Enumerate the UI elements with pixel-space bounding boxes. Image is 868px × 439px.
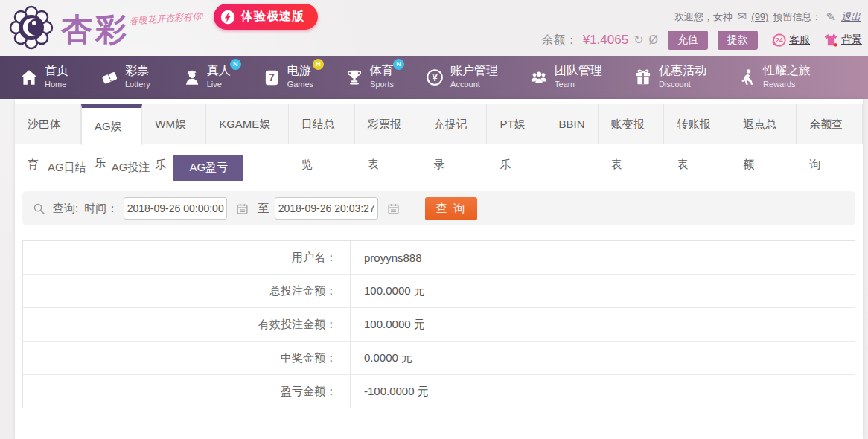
tab-transfer-report[interactable]: 转账报表 bbox=[664, 104, 730, 144]
background-setting-link[interactable]: 背景 bbox=[823, 32, 862, 48]
table-row-username: 用户名： proyyns888 bbox=[23, 241, 855, 275]
ag-subtabs: AG日结 AG投注 AG盈亏 bbox=[46, 155, 863, 181]
nav-games-en: Games bbox=[287, 80, 313, 89]
home-icon bbox=[19, 68, 39, 87]
tab-daily-summary[interactable]: 日结总览 bbox=[289, 104, 355, 144]
nav-item-live[interactable]: 真人 Live N bbox=[182, 65, 234, 90]
sports-trophy-icon bbox=[345, 68, 364, 87]
site-header: 杏彩 春暖花开杏彩有你! 体验极速版 欢迎您，女神 ✉ (99) 预留信息： ✎… bbox=[0, 0, 868, 56]
nav-item-rewards[interactable]: 性耀之旅 Rewards bbox=[738, 65, 814, 90]
customer-service-label: 客服 bbox=[789, 33, 810, 47]
brand-logo-text: 杏彩 bbox=[61, 9, 130, 51]
tab-bbin[interactable]: BBIN bbox=[546, 104, 599, 144]
calendar-start-icon[interactable] bbox=[236, 202, 249, 215]
topbar-user-area: 欢迎您，女神 ✉ (99) 预留信息： ✎ 退出 bbox=[674, 10, 861, 24]
nav-live-en: Live bbox=[207, 80, 222, 89]
nav-item-home[interactable]: 首页 Home bbox=[19, 65, 71, 90]
tab-shaba-sports[interactable]: 沙巴体育 bbox=[15, 104, 81, 144]
end-time-input[interactable] bbox=[275, 197, 378, 220]
report-tabbar: 沙巴体育 AG娱乐 WM娱乐 KGAME娱乐 日结总览 彩票报表 充提记录 PT… bbox=[15, 104, 863, 144]
lottery-ticket-icon bbox=[100, 68, 119, 87]
brand-tagline: 春暖花开杏彩有你! bbox=[130, 10, 204, 28]
row-label: 盈亏金额： bbox=[23, 375, 351, 408]
nav-item-team[interactable]: 团队管理 Team bbox=[529, 65, 605, 90]
balance-bar: 余额： ¥1.4065 ↻ Ø 充值 提款 24 客服 背景 bbox=[542, 31, 862, 50]
tab-ag-entertainment[interactable]: AG娱乐 bbox=[81, 104, 142, 145]
recharge-button[interactable]: 充值 bbox=[668, 31, 708, 50]
nav-item-discount[interactable]: 优惠活动 Discount bbox=[634, 65, 709, 90]
rewards-journey-icon bbox=[738, 68, 757, 87]
service-24h-icon: 24 bbox=[770, 32, 787, 48]
welcome-text: 欢迎您，女神 bbox=[674, 10, 733, 24]
nav-team-en: Team bbox=[555, 80, 575, 89]
nav-live-badge: N bbox=[230, 59, 241, 70]
content-panel: 沙巴体育 AG娱乐 WM娱乐 KGAME娱乐 日结总览 彩票报表 充提记录 PT… bbox=[15, 99, 863, 439]
tab-kgame[interactable]: KGAME娱乐 bbox=[206, 104, 289, 144]
subtab-ag-bets[interactable]: AG投注 bbox=[110, 155, 152, 181]
fast-version-button[interactable]: 体验极速版 bbox=[214, 4, 318, 30]
fast-version-label: 体验极速版 bbox=[241, 9, 304, 25]
main-nav: 首页 Home 彩票 Lottery 真人 bbox=[0, 56, 868, 99]
hide-balance-icon[interactable]: Ø bbox=[649, 34, 658, 46]
to-label: 至 bbox=[258, 202, 269, 216]
table-row-winning-amount: 中奖金额： 0.0000 元 bbox=[23, 342, 855, 375]
background-setting-label: 背景 bbox=[841, 33, 862, 47]
nav-rewards-en: Rewards bbox=[763, 80, 795, 89]
row-value: proyyns888 bbox=[351, 241, 855, 275]
calendar-end-icon[interactable] bbox=[387, 202, 400, 215]
nav-sports-zh: 体育 bbox=[370, 64, 394, 77]
tab-lottery-report[interactable]: 彩票报表 bbox=[355, 104, 421, 144]
tab-account-change-report[interactable]: 账变报表 bbox=[599, 104, 665, 144]
mail-icon[interactable]: ✉ bbox=[737, 10, 747, 24]
subtab-ag-daily[interactable]: AG日结 bbox=[46, 155, 88, 181]
nav-sports-en: Sports bbox=[370, 80, 394, 89]
nav-lottery-en: Lottery bbox=[125, 80, 150, 89]
svg-text:¥: ¥ bbox=[432, 72, 438, 83]
withdraw-button[interactable]: 提款 bbox=[718, 31, 758, 50]
nav-account-en: Account bbox=[450, 80, 480, 89]
team-people-icon bbox=[529, 68, 549, 87]
nav-games-badge: H bbox=[313, 59, 324, 70]
nav-rewards-zh: 性耀之旅 bbox=[763, 64, 811, 77]
nav-account-zh: 账户管理 bbox=[450, 64, 498, 77]
row-label: 用户名： bbox=[23, 241, 351, 275]
profit-loss-report-table: 用户名： proyyns888 总投注金额： 100.0000 元 有效投注金额… bbox=[22, 240, 855, 408]
customer-service-link[interactable]: 24 客服 bbox=[770, 32, 810, 48]
svg-text:7: 7 bbox=[269, 71, 275, 83]
nav-item-lottery[interactable]: 彩票 Lottery bbox=[100, 65, 153, 90]
tab-rebate-total[interactable]: 返点总额 bbox=[730, 104, 797, 144]
nav-item-account[interactable]: ¥ 账户管理 Account bbox=[425, 65, 501, 90]
subtab-ag-profit-loss[interactable]: AG盈亏 bbox=[173, 155, 243, 181]
balance-amount: ¥1.4065 bbox=[583, 33, 628, 48]
query-label: 查询: bbox=[53, 202, 78, 216]
brand-emblem-icon bbox=[9, 5, 54, 50]
nav-sports-badge: N bbox=[393, 59, 404, 70]
tab-wm-entertainment[interactable]: WM娱乐 bbox=[142, 104, 206, 144]
message-count-link[interactable]: (99) bbox=[751, 11, 768, 22]
row-value: 0.0000 元 bbox=[351, 342, 855, 375]
nav-lottery-zh: 彩票 bbox=[125, 64, 149, 77]
tab-pt-entertainment[interactable]: PT娱乐 bbox=[487, 104, 546, 144]
query-submit-button[interactable]: 查 询 bbox=[425, 197, 477, 220]
tab-balance-query[interactable]: 余额查询 bbox=[797, 104, 863, 144]
search-icon bbox=[33, 202, 45, 215]
page: 杏彩 春暖花开杏彩有你! 体验极速版 欢迎您，女神 ✉ (99) 预留信息： ✎… bbox=[0, 0, 868, 439]
svg-text:24: 24 bbox=[776, 37, 783, 44]
reserved-info-label: 预留信息： bbox=[773, 10, 821, 24]
logout-link[interactable]: 退出 bbox=[841, 10, 861, 24]
time-label: 时间： bbox=[84, 202, 118, 216]
nav-home-en: Home bbox=[45, 80, 66, 89]
start-time-input[interactable] bbox=[124, 197, 227, 220]
nav-item-sports[interactable]: 体育 Sports N bbox=[345, 65, 397, 90]
gift-icon bbox=[634, 68, 653, 87]
refresh-balance-icon[interactable]: ↻ bbox=[634, 34, 643, 46]
nav-team-zh: 团队管理 bbox=[555, 64, 602, 77]
table-row-total-bet: 总投注金额： 100.0000 元 bbox=[23, 275, 855, 308]
nav-item-games[interactable]: 7 电游 Games H bbox=[262, 65, 316, 90]
account-yen-icon: ¥ bbox=[425, 68, 444, 87]
table-row-profit-loss: 盈亏金额： -100.0000 元 bbox=[23, 375, 855, 408]
nav-home-zh: 首页 bbox=[45, 64, 68, 77]
edit-pencil-icon[interactable]: ✎ bbox=[826, 10, 835, 24]
query-toolbar: 查询: 时间： 至 查 询 bbox=[22, 191, 855, 225]
tab-deposit-withdraw-record[interactable]: 充提记录 bbox=[421, 104, 488, 144]
